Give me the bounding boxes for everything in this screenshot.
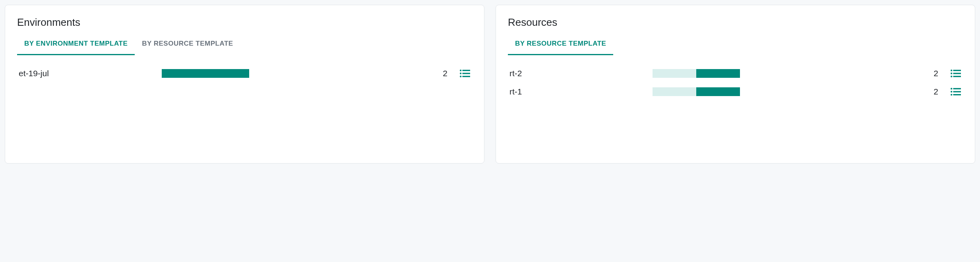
svg-point-4 (460, 75, 461, 77)
progress-bar (653, 69, 740, 78)
tab-by-resource-template[interactable]: BY RESOURCE TEMPLATE (135, 36, 240, 55)
row-label: et-19-jul (19, 69, 150, 78)
resources-row: rt-1 2 (508, 87, 963, 96)
environments-rows: et-19-jul 2 (17, 69, 472, 78)
tab-by-environment-template[interactable]: BY ENVIRONMENT TEMPLATE (17, 36, 135, 55)
environments-card: Environments BY ENVIRONMENT TEMPLATE BY … (5, 5, 484, 164)
svg-rect-11 (953, 76, 961, 77)
svg-rect-1 (463, 70, 471, 71)
svg-rect-15 (953, 91, 961, 92)
environments-tabs: BY ENVIRONMENT TEMPLATE BY RESOURCE TEMP… (17, 36, 472, 55)
svg-rect-17 (953, 94, 961, 95)
environments-title: Environments (17, 16, 472, 29)
svg-point-8 (951, 73, 952, 74)
progress-bar-fill (162, 69, 249, 78)
row-label: rt-2 (509, 69, 641, 78)
progress-bar (162, 69, 249, 78)
progress-bar (653, 87, 740, 96)
svg-point-0 (460, 69, 461, 71)
progress-bar-fill (696, 69, 740, 78)
tab-by-resource-template[interactable]: BY RESOURCE TEMPLATE (508, 36, 613, 55)
svg-point-6 (951, 69, 952, 71)
svg-point-14 (951, 91, 952, 92)
svg-point-10 (951, 75, 952, 77)
resources-tabs: BY RESOURCE TEMPLATE (508, 36, 963, 55)
environments-row: et-19-jul 2 (17, 69, 472, 78)
progress-bar-fill (696, 87, 740, 96)
resources-title: Resources (508, 16, 963, 29)
svg-rect-7 (953, 70, 961, 71)
resources-row: rt-2 2 (508, 69, 963, 78)
row-count: 2 (922, 69, 938, 78)
svg-rect-5 (463, 76, 471, 77)
list-icon[interactable] (459, 69, 471, 78)
svg-rect-13 (953, 88, 961, 89)
svg-rect-9 (953, 73, 961, 74)
list-icon[interactable] (950, 87, 961, 96)
svg-point-12 (951, 88, 952, 89)
row-label: rt-1 (509, 87, 641, 96)
list-icon[interactable] (950, 69, 961, 78)
resources-card: Resources BY RESOURCE TEMPLATE rt-2 2 rt… (496, 5, 975, 164)
row-count: 2 (432, 69, 447, 78)
svg-rect-3 (463, 73, 471, 74)
svg-point-16 (951, 94, 952, 95)
row-count: 2 (922, 87, 938, 96)
svg-point-2 (460, 73, 461, 74)
resources-rows: rt-2 2 rt-1 2 (508, 69, 963, 96)
